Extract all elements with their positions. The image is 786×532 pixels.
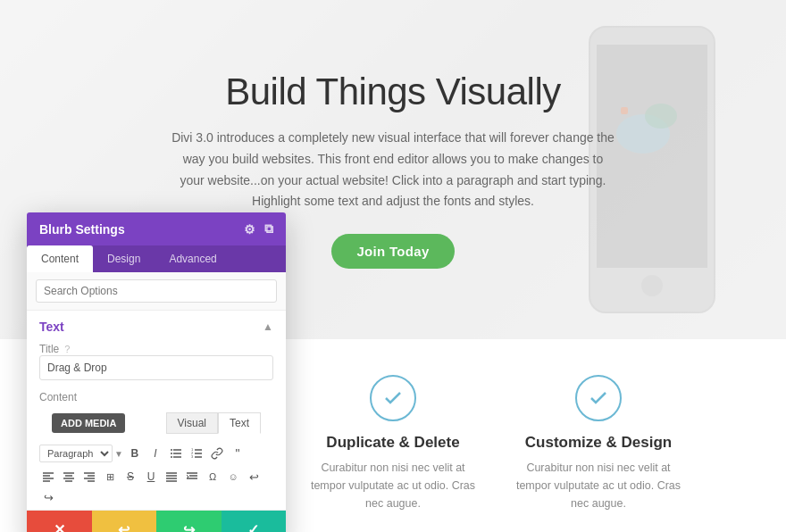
- feature-duplicate-title: Duplicate & Delete: [326, 434, 459, 452]
- feature-item-duplicate: Duplicate & Delete Curabitur non nisi ne…: [304, 366, 482, 512]
- align-center-button[interactable]: [60, 468, 78, 486]
- feature-customize-desc: Curabitur non nisi nec velit at tempor v…: [509, 459, 688, 512]
- special-char-button[interactable]: Ω: [204, 468, 222, 486]
- dropdown-arrow-icon: ▼: [114, 449, 123, 459]
- panel-header: Blurb Settings ⚙ ⧉: [27, 212, 286, 245]
- duplicate-delete-icon-circle: [370, 375, 416, 421]
- unordered-list-button[interactable]: [167, 445, 185, 462]
- table-button[interactable]: ⊞: [101, 468, 119, 486]
- visual-text-tabs: Visual Text: [166, 412, 261, 434]
- ordered-list-button[interactable]: 123: [188, 445, 205, 462]
- hero-title: Build Things Visually: [170, 71, 616, 113]
- align-right-button[interactable]: [80, 468, 98, 486]
- panel-footer: ✕ ↩ ↪ ✓: [27, 511, 286, 532]
- emoji-button[interactable]: ☺: [224, 468, 242, 486]
- title-field: Title ?: [27, 339, 286, 387]
- tab-visual[interactable]: Visual: [166, 412, 218, 434]
- svg-point-4: [645, 104, 677, 129]
- svg-text:3: 3: [191, 454, 194, 459]
- italic-button[interactable]: I: [146, 445, 164, 462]
- undo-editor-button[interactable]: ↩: [245, 468, 263, 486]
- title-label: Title: [39, 343, 59, 355]
- justify-button[interactable]: [163, 468, 180, 486]
- underline-button[interactable]: U: [142, 468, 160, 486]
- align-left-button[interactable]: [39, 468, 57, 486]
- panel-header-icons: ⚙ ⧉: [244, 221, 273, 237]
- content-label: Content: [27, 387, 286, 409]
- panel-text-section: Text ▲: [27, 311, 286, 339]
- strikethrough-button[interactable]: S: [121, 468, 139, 486]
- tab-text[interactable]: Text: [218, 412, 261, 434]
- tab-design[interactable]: Design: [93, 245, 155, 272]
- blockquote-button[interactable]: ": [229, 445, 247, 462]
- feature-item-customize: Customize & Design Curabitur non nisi ne…: [509, 366, 688, 512]
- indent-button[interactable]: [183, 468, 201, 486]
- tab-content[interactable]: Content: [27, 245, 93, 272]
- add-media-button[interactable]: ADD MEDIA: [52, 413, 125, 433]
- panel-settings-icon[interactable]: ⚙: [244, 222, 255, 237]
- section-chevron-icon[interactable]: ▲: [263, 320, 273, 333]
- svg-point-2: [641, 275, 663, 296]
- feature-customize-title: Customize & Design: [525, 434, 672, 452]
- join-today-button[interactable]: Join Today: [331, 234, 454, 269]
- customize-design-icon-circle: [575, 375, 622, 421]
- svg-rect-5: [621, 107, 628, 114]
- title-field-row: Title ?: [39, 343, 273, 355]
- search-input[interactable]: [36, 279, 277, 303]
- redo-button[interactable]: ↪: [156, 511, 222, 532]
- svg-point-11: [171, 456, 172, 458]
- toolbar-row-2: ⊞ S U Ω ☺ ↩ ↪: [27, 466, 286, 511]
- feature-duplicate-desc: Curabitur non nisi nec velit at tempor v…: [304, 459, 482, 512]
- panel-expand-icon[interactable]: ⧉: [264, 221, 273, 237]
- tab-advanced[interactable]: Advanced: [155, 245, 230, 272]
- cancel-button[interactable]: ✕: [27, 511, 92, 532]
- hero-description: Divi 3.0 introduces a completely new vis…: [170, 128, 616, 212]
- svg-point-10: [171, 453, 172, 454]
- paragraph-select[interactable]: Paragraph: [39, 445, 113, 462]
- toolbar-row-1: Paragraph ▼ B I 123 ": [27, 441, 286, 466]
- title-help-icon[interactable]: ?: [64, 344, 70, 354]
- confirm-button[interactable]: ✓: [222, 511, 287, 532]
- blurb-settings-panel: Blurb Settings ⚙ ⧉ Content Design Advanc…: [27, 212, 286, 532]
- svg-point-9: [171, 449, 172, 451]
- redo-editor-button[interactable]: ↪: [39, 488, 57, 506]
- panel-title: Blurb Settings: [39, 222, 125, 237]
- panel-search-row: [27, 272, 286, 311]
- bold-button[interactable]: B: [126, 445, 144, 462]
- paragraph-dropdown[interactable]: Paragraph ▼: [39, 445, 123, 462]
- link-button[interactable]: [208, 445, 226, 462]
- section-text-label: Text: [39, 320, 64, 334]
- panel-tabs: Content Design Advanced: [27, 245, 286, 272]
- media-row: ADD MEDIA Visual Text: [27, 409, 286, 441]
- undo-button[interactable]: ↩: [92, 511, 157, 532]
- title-input[interactable]: [39, 355, 273, 380]
